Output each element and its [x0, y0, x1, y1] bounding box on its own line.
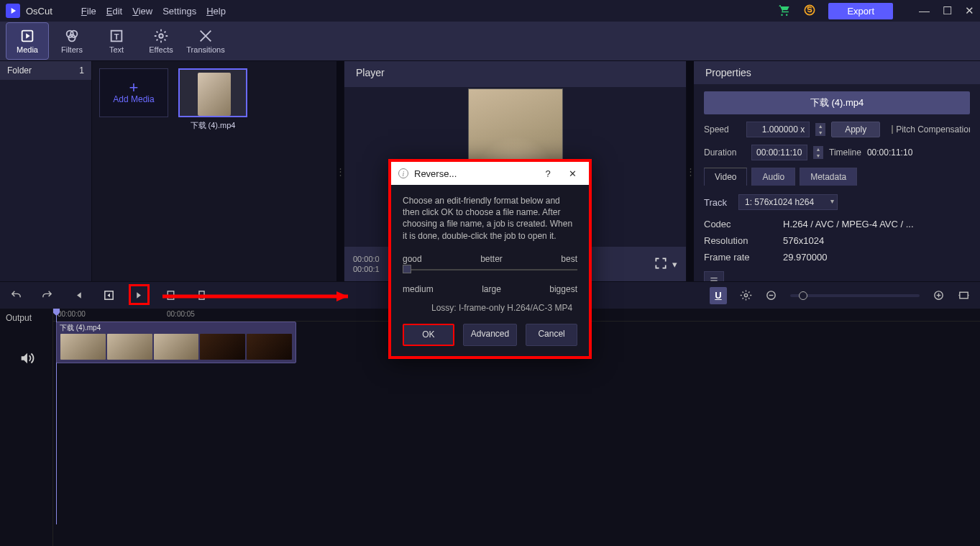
- menu-bar: File Edit View Settings Help: [81, 6, 226, 17]
- dialog-title: Reverse...: [414, 168, 457, 179]
- undo-icon[interactable]: [10, 289, 22, 301]
- menu-edit[interactable]: Edit: [106, 6, 122, 17]
- main-tabs: Media Filters T Text Effects Transitions: [0, 22, 980, 61]
- svg-point-0: [782, 14, 784, 15]
- quality-slider[interactable]: [403, 269, 577, 270]
- close-button[interactable]: ✕: [965, 4, 974, 17]
- export-button[interactable]: Export: [828, 3, 893, 19]
- reverse-icon[interactable]: [103, 289, 115, 301]
- timeline-clip[interactable]: 下载 (4).mp4: [56, 322, 296, 363]
- properties-tab-audio[interactable]: Audio: [751, 168, 795, 186]
- plus-icon: +: [129, 81, 139, 94]
- svg-text:T: T: [114, 32, 119, 41]
- app-logo: [6, 4, 20, 18]
- dialog-description: Choose an edit-friendly format below and…: [403, 195, 577, 242]
- settings-icon[interactable]: [740, 289, 752, 301]
- fullscreen-icon[interactable]: [654, 256, 668, 273]
- track-select[interactable]: 1: 576x1024 h264: [738, 194, 838, 210]
- redo-icon[interactable]: [41, 289, 53, 301]
- svg-point-1: [786, 14, 788, 15]
- zoom-in-icon[interactable]: [933, 289, 945, 301]
- cart-icon[interactable]: [777, 3, 791, 19]
- menu-view[interactable]: View: [132, 6, 152, 17]
- duration-value[interactable]: 00:00:11:10: [751, 145, 807, 160]
- app-name: OsCut: [26, 6, 52, 17]
- menu-help[interactable]: Help: [206, 6, 226, 17]
- tutorial-highlight: [129, 284, 150, 305]
- svg-point-9: [159, 34, 163, 38]
- snap-toggle[interactable]: U: [710, 287, 727, 304]
- speed-input[interactable]: [746, 122, 810, 137]
- svg-rect-20: [960, 292, 968, 299]
- panel-splitter[interactable]: ⋮: [336, 61, 344, 281]
- tab-effects[interactable]: Effects: [139, 22, 183, 60]
- zoom-dropdown-icon[interactable]: ▾: [672, 259, 677, 270]
- properties-tab-metadata[interactable]: Metadata: [800, 168, 857, 186]
- tutorial-arrow: [154, 291, 348, 304]
- menu-file[interactable]: File: [81, 6, 96, 17]
- svg-point-14: [744, 294, 747, 296]
- duration-spinner[interactable]: ▲▼: [813, 146, 823, 159]
- ok-button[interactable]: OK: [403, 324, 454, 345]
- output-label: Output: [0, 309, 52, 327]
- duration-label: Duration: [704, 147, 746, 158]
- cancel-button[interactable]: Cancel: [526, 324, 577, 345]
- zoom-out-icon[interactable]: [765, 289, 777, 301]
- tab-filters[interactable]: Filters: [50, 22, 93, 60]
- title-bar: OsCut File Edit View Settings Help Expor…: [0, 0, 980, 22]
- folder-item[interactable]: Folder 1: [0, 61, 91, 80]
- media-clip[interactable]: 下载 (4).mp4: [178, 68, 247, 131]
- speed-spinner[interactable]: ▲▼: [815, 123, 825, 136]
- advanced-button[interactable]: Advanced: [463, 324, 517, 345]
- minimize-button[interactable]: —: [919, 4, 930, 17]
- maximize-button[interactable]: ☐: [943, 4, 952, 17]
- zoom-fit-icon[interactable]: [958, 289, 970, 301]
- timeline-value: 00:00:11:10: [867, 147, 912, 158]
- apply-button[interactable]: Apply: [831, 122, 880, 137]
- media-panel: Folder 1 + Add Media 下载 (4).mp4: [0, 61, 336, 281]
- help-button[interactable]: ?: [539, 168, 557, 179]
- zoom-slider[interactable]: [790, 294, 920, 297]
- panel-splitter-2[interactable]: ⋮: [687, 61, 694, 281]
- reverse-dialog: i Reverse... ? ✕ Choose an edit-friendly…: [388, 159, 592, 359]
- menu-settings[interactable]: Settings: [162, 6, 196, 17]
- properties-title: Properties: [694, 61, 980, 84]
- svg-point-6: [68, 35, 75, 41]
- properties-panel: Properties 下载 (4).mp4 Speed ▲▼ Apply Pit…: [694, 61, 980, 281]
- tab-text[interactable]: T Text: [95, 22, 138, 60]
- track-label: Track: [704, 197, 733, 208]
- info-icon: i: [398, 168, 408, 178]
- coin-icon[interactable]: [802, 3, 817, 19]
- player-timecode-a: 00:00:0: [353, 254, 380, 264]
- speed-label: Speed: [704, 124, 741, 135]
- dialog-close-button[interactable]: ✕: [563, 168, 582, 179]
- speaker-icon[interactable]: [0, 350, 52, 366]
- player-timecode-b: 00:00:1: [353, 264, 380, 274]
- codec-description: Lossy: I-frame-only H.264/AC-3 MP4: [403, 302, 577, 314]
- player-title: Player: [344, 61, 686, 87]
- skip-back-icon[interactable]: [72, 289, 84, 301]
- properties-filename[interactable]: 下载 (4).mp4: [704, 91, 970, 114]
- tab-media[interactable]: Media: [6, 22, 49, 60]
- pitch-checkbox[interactable]: [892, 125, 893, 134]
- clip-thumbnail: [178, 68, 247, 117]
- add-media-button[interactable]: + Add Media: [99, 68, 168, 117]
- tab-transitions[interactable]: Transitions: [184, 22, 227, 60]
- properties-tab-video[interactable]: Video: [704, 168, 747, 186]
